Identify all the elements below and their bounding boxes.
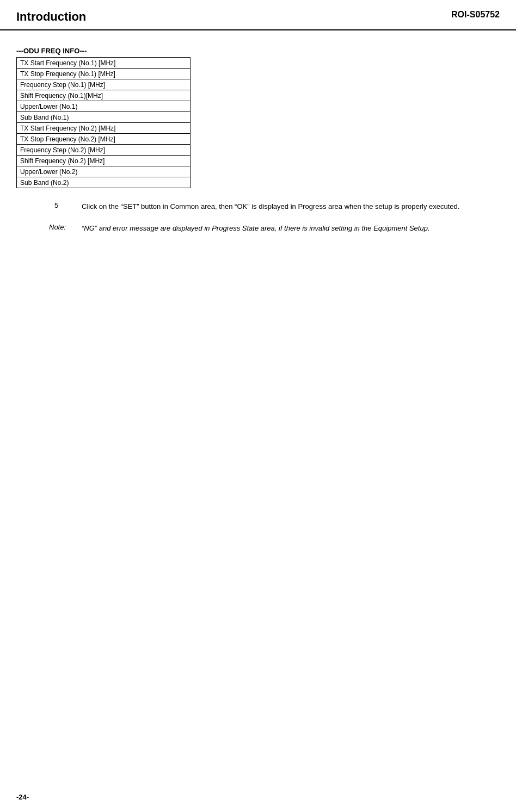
table-cell: Shift Frequency (No.2) [MHz] <box>17 156 191 166</box>
page-title: Introduction <box>16 10 86 24</box>
table-cell: TX Stop Frequency (No.1) [MHz] <box>17 69 191 79</box>
table-cell: Upper/Lower (No.2) <box>17 166 191 177</box>
odu-section: ---ODU FREQ INFO--- TX Start Frequency (… <box>16 47 500 188</box>
table-row: TX Stop Frequency (No.2) [MHz] <box>17 134 191 145</box>
table-row: Frequency Step (No.2) [MHz] <box>17 145 191 156</box>
page-content: ---ODU FREQ INFO--- TX Start Frequency (… <box>0 30 516 250</box>
step-row: 5 Click on the “SET” button in Common ar… <box>49 201 500 212</box>
table-row: Frequency Step (No.1) [MHz] <box>17 79 191 90</box>
steps-section: 5 Click on the “SET” button in Common ar… <box>16 201 500 212</box>
table-row: Sub Band (No.2) <box>17 177 191 188</box>
table-row: TX Start Frequency (No.1) [MHz] <box>17 58 191 69</box>
table-row: Upper/Lower (No.1) <box>17 101 191 112</box>
step-text: Click on the “SET” button in Common area… <box>82 201 500 212</box>
table-cell: Frequency Step (No.1) [MHz] <box>17 79 191 90</box>
page-number: -24- <box>16 793 29 801</box>
page-footer: -24- <box>16 793 29 801</box>
odu-section-title: ---ODU FREQ INFO--- <box>16 47 500 55</box>
step-number: 5 <box>49 201 82 209</box>
page-header: Introduction ROI-S05752 <box>0 0 516 30</box>
doc-number: ROI-S05752 <box>451 10 500 20</box>
table-cell: TX Start Frequency (No.2) [MHz] <box>17 123 191 134</box>
table-cell: Shift Frequency (No.1)[MHz] <box>17 90 191 101</box>
table-row: Shift Frequency (No.2) [MHz] <box>17 156 191 166</box>
table-row: TX Stop Frequency (No.1) [MHz] <box>17 69 191 79</box>
table-cell: Upper/Lower (No.1) <box>17 101 191 112</box>
note-label: Note: <box>49 223 82 231</box>
table-cell: TX Start Frequency (No.1) [MHz] <box>17 58 191 69</box>
table-row: Shift Frequency (No.1)[MHz] <box>17 90 191 101</box>
table-cell: TX Stop Frequency (No.2) [MHz] <box>17 134 191 145</box>
odu-table: TX Start Frequency (No.1) [MHz]TX Stop F… <box>16 57 191 188</box>
table-row: TX Start Frequency (No.2) [MHz] <box>17 123 191 134</box>
table-cell: Sub Band (No.2) <box>17 177 191 188</box>
note-section: Note: “NG” and error message are display… <box>16 223 500 234</box>
table-cell: Frequency Step (No.2) [MHz] <box>17 145 191 156</box>
table-row: Sub Band (No.1) <box>17 112 191 123</box>
note-text: “NG” and error message are displayed in … <box>82 223 500 234</box>
table-cell: Sub Band (No.1) <box>17 112 191 123</box>
table-row: Upper/Lower (No.2) <box>17 166 191 177</box>
